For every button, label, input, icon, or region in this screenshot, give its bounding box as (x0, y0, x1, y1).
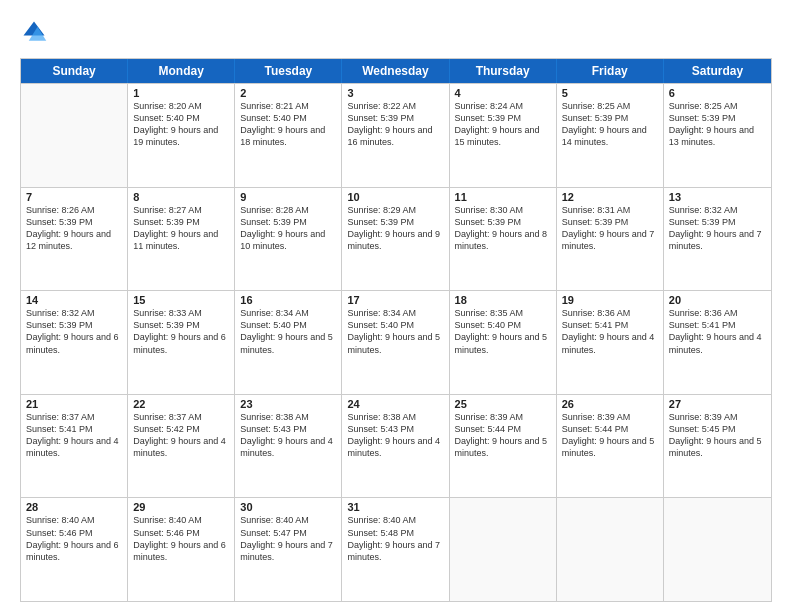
daylight: Daylight: 9 hours and 5 minutes. (240, 331, 336, 355)
calendar-cell: 1Sunrise: 8:20 AMSunset: 5:40 PMDaylight… (128, 84, 235, 187)
daylight: Daylight: 9 hours and 7 minutes. (347, 539, 443, 563)
daylight: Daylight: 9 hours and 6 minutes. (26, 331, 122, 355)
sunrise: Sunrise: 8:39 AM (669, 411, 766, 423)
daylight: Daylight: 9 hours and 10 minutes. (240, 228, 336, 252)
daylight: Daylight: 9 hours and 5 minutes. (347, 331, 443, 355)
sunset: Sunset: 5:43 PM (347, 423, 443, 435)
calendar-cell: 17Sunrise: 8:34 AMSunset: 5:40 PMDayligh… (342, 291, 449, 394)
calendar-cell: 26Sunrise: 8:39 AMSunset: 5:44 PMDayligh… (557, 395, 664, 498)
sunset: Sunset: 5:39 PM (347, 112, 443, 124)
day-header-friday: Friday (557, 59, 664, 83)
calendar-cell: 16Sunrise: 8:34 AMSunset: 5:40 PMDayligh… (235, 291, 342, 394)
sunset: Sunset: 5:47 PM (240, 527, 336, 539)
sunrise: Sunrise: 8:34 AM (347, 307, 443, 319)
calendar-cell: 23Sunrise: 8:38 AMSunset: 5:43 PMDayligh… (235, 395, 342, 498)
sunset: Sunset: 5:41 PM (562, 319, 658, 331)
day-header-monday: Monday (128, 59, 235, 83)
sunset: Sunset: 5:42 PM (133, 423, 229, 435)
day-number: 13 (669, 191, 766, 203)
day-number: 25 (455, 398, 551, 410)
day-number: 23 (240, 398, 336, 410)
sunrise: Sunrise: 8:36 AM (562, 307, 658, 319)
sunset: Sunset: 5:48 PM (347, 527, 443, 539)
sunset: Sunset: 5:39 PM (347, 216, 443, 228)
calendar-week-2: 7Sunrise: 8:26 AMSunset: 5:39 PMDaylight… (21, 187, 771, 291)
sunset: Sunset: 5:44 PM (455, 423, 551, 435)
calendar-week-3: 14Sunrise: 8:32 AMSunset: 5:39 PMDayligh… (21, 290, 771, 394)
sunset: Sunset: 5:44 PM (562, 423, 658, 435)
sunrise: Sunrise: 8:21 AM (240, 100, 336, 112)
calendar-cell: 14Sunrise: 8:32 AMSunset: 5:39 PMDayligh… (21, 291, 128, 394)
calendar-cell: 4Sunrise: 8:24 AMSunset: 5:39 PMDaylight… (450, 84, 557, 187)
day-number: 26 (562, 398, 658, 410)
daylight: Daylight: 9 hours and 5 minutes. (562, 435, 658, 459)
sunset: Sunset: 5:39 PM (26, 216, 122, 228)
calendar-cell: 24Sunrise: 8:38 AMSunset: 5:43 PMDayligh… (342, 395, 449, 498)
calendar-cell: 27Sunrise: 8:39 AMSunset: 5:45 PMDayligh… (664, 395, 771, 498)
day-number: 19 (562, 294, 658, 306)
sunrise: Sunrise: 8:40 AM (26, 514, 122, 526)
daylight: Daylight: 9 hours and 7 minutes. (669, 228, 766, 252)
calendar-cell: 22Sunrise: 8:37 AMSunset: 5:42 PMDayligh… (128, 395, 235, 498)
daylight: Daylight: 9 hours and 15 minutes. (455, 124, 551, 148)
day-number: 3 (347, 87, 443, 99)
day-number: 2 (240, 87, 336, 99)
calendar-cell: 21Sunrise: 8:37 AMSunset: 5:41 PMDayligh… (21, 395, 128, 498)
day-number: 6 (669, 87, 766, 99)
calendar-cell: 28Sunrise: 8:40 AMSunset: 5:46 PMDayligh… (21, 498, 128, 601)
sunrise: Sunrise: 8:33 AM (133, 307, 229, 319)
sunrise: Sunrise: 8:38 AM (347, 411, 443, 423)
sunset: Sunset: 5:40 PM (347, 319, 443, 331)
day-number: 10 (347, 191, 443, 203)
day-header-saturday: Saturday (664, 59, 771, 83)
calendar-header-row: SundayMondayTuesdayWednesdayThursdayFrid… (21, 59, 771, 83)
sunset: Sunset: 5:39 PM (562, 112, 658, 124)
day-number: 8 (133, 191, 229, 203)
sunset: Sunset: 5:40 PM (455, 319, 551, 331)
sunset: Sunset: 5:39 PM (455, 112, 551, 124)
sunrise: Sunrise: 8:36 AM (669, 307, 766, 319)
sunset: Sunset: 5:43 PM (240, 423, 336, 435)
sunset: Sunset: 5:41 PM (669, 319, 766, 331)
calendar: SundayMondayTuesdayWednesdayThursdayFrid… (20, 58, 772, 602)
daylight: Daylight: 9 hours and 11 minutes. (133, 228, 229, 252)
calendar-cell: 25Sunrise: 8:39 AMSunset: 5:44 PMDayligh… (450, 395, 557, 498)
calendar-cell: 8Sunrise: 8:27 AMSunset: 5:39 PMDaylight… (128, 188, 235, 291)
sunset: Sunset: 5:46 PM (133, 527, 229, 539)
daylight: Daylight: 9 hours and 4 minutes. (669, 331, 766, 355)
calendar-cell: 9Sunrise: 8:28 AMSunset: 5:39 PMDaylight… (235, 188, 342, 291)
sunset: Sunset: 5:41 PM (26, 423, 122, 435)
calendar-cell: 11Sunrise: 8:30 AMSunset: 5:39 PMDayligh… (450, 188, 557, 291)
sunrise: Sunrise: 8:30 AM (455, 204, 551, 216)
day-number: 29 (133, 501, 229, 513)
daylight: Daylight: 9 hours and 12 minutes. (26, 228, 122, 252)
day-number: 1 (133, 87, 229, 99)
calendar-cell (664, 498, 771, 601)
daylight: Daylight: 9 hours and 4 minutes. (347, 435, 443, 459)
calendar-cell: 13Sunrise: 8:32 AMSunset: 5:39 PMDayligh… (664, 188, 771, 291)
sunrise: Sunrise: 8:39 AM (562, 411, 658, 423)
sunrise: Sunrise: 8:25 AM (562, 100, 658, 112)
day-number: 14 (26, 294, 122, 306)
sunrise: Sunrise: 8:39 AM (455, 411, 551, 423)
calendar-cell (21, 84, 128, 187)
day-number: 15 (133, 294, 229, 306)
sunrise: Sunrise: 8:20 AM (133, 100, 229, 112)
day-header-wednesday: Wednesday (342, 59, 449, 83)
day-number: 5 (562, 87, 658, 99)
sunrise: Sunrise: 8:24 AM (455, 100, 551, 112)
day-number: 20 (669, 294, 766, 306)
sunset: Sunset: 5:40 PM (240, 112, 336, 124)
calendar-cell: 6Sunrise: 8:25 AMSunset: 5:39 PMDaylight… (664, 84, 771, 187)
calendar-cell: 30Sunrise: 8:40 AMSunset: 5:47 PMDayligh… (235, 498, 342, 601)
sunset: Sunset: 5:46 PM (26, 527, 122, 539)
sunrise: Sunrise: 8:37 AM (26, 411, 122, 423)
sunrise: Sunrise: 8:25 AM (669, 100, 766, 112)
sunset: Sunset: 5:45 PM (669, 423, 766, 435)
calendar-cell: 12Sunrise: 8:31 AMSunset: 5:39 PMDayligh… (557, 188, 664, 291)
day-number: 17 (347, 294, 443, 306)
calendar-cell: 18Sunrise: 8:35 AMSunset: 5:40 PMDayligh… (450, 291, 557, 394)
sunset: Sunset: 5:39 PM (669, 112, 766, 124)
sunrise: Sunrise: 8:29 AM (347, 204, 443, 216)
calendar-cell: 15Sunrise: 8:33 AMSunset: 5:39 PMDayligh… (128, 291, 235, 394)
